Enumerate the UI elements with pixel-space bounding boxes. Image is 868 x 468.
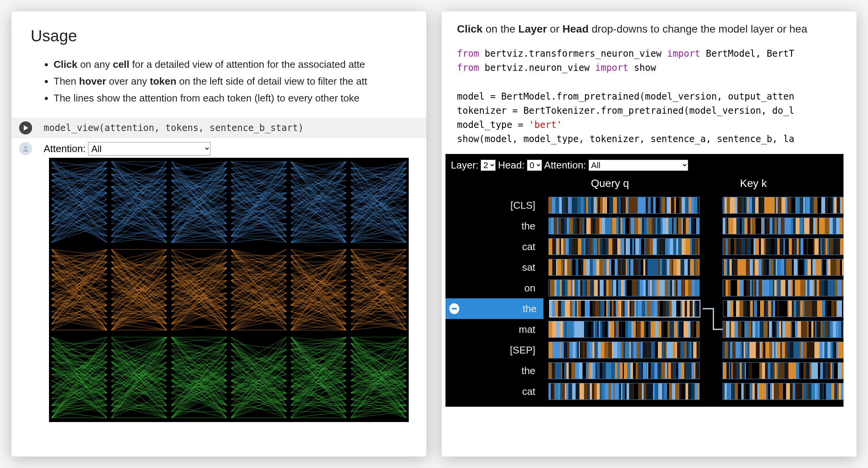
- head-label: Head:: [498, 159, 524, 171]
- attention-cell[interactable]: [290, 159, 347, 245]
- nv-attention-select[interactable]: All: [589, 160, 688, 171]
- output-controls: Attention: All: [11, 138, 426, 158]
- attention-cell[interactable]: [350, 335, 407, 420]
- nv-token-row[interactable]: the: [445, 216, 844, 236]
- nv-token-label: sat: [450, 262, 542, 273]
- left-panel: Usage Click on any cell for a detailed v…: [11, 11, 426, 457]
- attention-cell[interactable]: [290, 335, 347, 420]
- user-avatar-icon: [19, 142, 32, 155]
- svg-line-1206: [171, 368, 227, 418]
- nv-token-label: on: [450, 282, 542, 294]
- attention-cell[interactable]: [350, 159, 407, 245]
- nv-token-row[interactable]: [SEP]: [445, 340, 844, 360]
- nv-token-row[interactable]: cat: [445, 381, 844, 402]
- collapse-icon[interactable]: [449, 303, 459, 314]
- attention-cell[interactable]: [110, 335, 168, 420]
- attention-cell[interactable]: [51, 247, 108, 332]
- attention-cell[interactable]: [350, 247, 407, 332]
- nv-attention-label: Attention:: [544, 159, 586, 171]
- code-cell-text: model_view(attention, tokens, sentence_b…: [44, 123, 303, 133]
- key-header: Key k: [740, 177, 767, 190]
- svg-line-52: [52, 187, 107, 218]
- attention-cell[interactable]: [110, 247, 168, 332]
- attention-cell[interactable]: [110, 159, 168, 245]
- nv-token-row[interactable]: mat: [445, 319, 844, 340]
- svg-line-553: [52, 249, 107, 324]
- attention-cell[interactable]: [290, 247, 347, 332]
- nv-token-label: cat: [450, 241, 542, 253]
- instruction-text: Click on the Layer or Head drop-downs to…: [457, 23, 857, 35]
- nv-token-label: [CLS]: [450, 200, 542, 211]
- attention-select[interactable]: All: [88, 142, 210, 155]
- nv-token-row[interactable]: the: [445, 360, 844, 381]
- right-panel: Click on the Layer or Head drop-downs to…: [442, 11, 857, 457]
- layer-label: Layer:: [451, 159, 478, 171]
- nv-token-label: [SEP]: [450, 344, 542, 356]
- attention-cell[interactable]: [230, 335, 287, 420]
- nv-token-row[interactable]: cat: [445, 236, 844, 257]
- usage-bullet: The lines show the attention from each t…: [54, 90, 407, 106]
- nv-token-label: cat: [450, 386, 542, 398]
- attention-cell[interactable]: [170, 335, 228, 420]
- nv-token-label: the: [459, 303, 543, 315]
- nv-column-headers: Query q Key k: [445, 175, 844, 195]
- neuron-view: Layer: 2 Head: 0 Attention: All Query q …: [445, 154, 844, 407]
- svg-point-0: [24, 146, 27, 149]
- code-cell[interactable]: model_view(attention, tokens, sentence_b…: [11, 118, 426, 138]
- attention-cell[interactable]: [230, 247, 287, 332]
- nv-token-row[interactable]: on: [445, 278, 844, 298]
- svg-line-747: [231, 262, 286, 274]
- nv-token-row[interactable]: [CLS]: [445, 195, 844, 216]
- usage-bullet: Then hover over any token on the left si…: [54, 73, 407, 90]
- layer-select[interactable]: 2: [481, 160, 496, 171]
- nv-token-label: the: [450, 220, 542, 232]
- nv-token-rows: [CLS]thecatsatonthemat[SEP]thecat: [445, 195, 844, 402]
- usage-heading: Usage: [31, 27, 407, 45]
- attention-cell[interactable]: [170, 159, 228, 245]
- query-header: Query q: [591, 177, 629, 190]
- usage-bullet: Click on any cell for a detailed view of…: [54, 56, 407, 73]
- model-view: [49, 158, 409, 422]
- nv-token-label: mat: [450, 324, 542, 335]
- nv-token-row[interactable]: the: [445, 298, 844, 319]
- attention-cell[interactable]: [230, 159, 287, 245]
- head-select[interactable]: 0: [527, 160, 542, 171]
- neuron-view-controls: Layer: 2 Head: 0 Attention: All: [445, 154, 844, 175]
- svg-line-476: [351, 230, 406, 242]
- nv-token-row[interactable]: sat: [445, 257, 844, 278]
- nv-token-label: the: [450, 365, 542, 377]
- attention-cell[interactable]: [170, 247, 228, 332]
- attention-cell[interactable]: [51, 335, 108, 420]
- code-block: from bertviz.transformers_neuron_view im…: [457, 43, 857, 154]
- attention-cell[interactable]: [51, 159, 108, 245]
- usage-bullets: Click on any cell for a detailed view of…: [31, 56, 407, 107]
- play-icon[interactable]: [19, 121, 32, 134]
- attention-label: Attention:: [44, 143, 86, 155]
